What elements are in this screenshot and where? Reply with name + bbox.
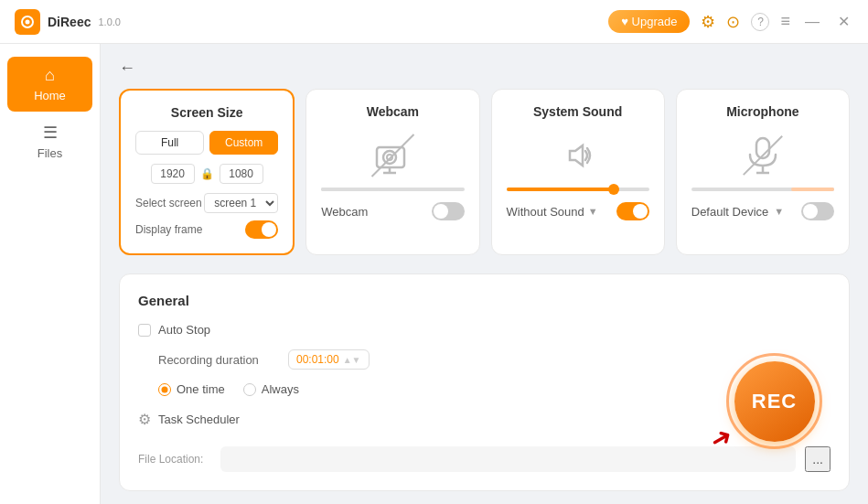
file-location-path <box>220 446 796 472</box>
mic-icon-wrapper <box>742 133 784 178</box>
sound-slider-fill <box>507 188 614 191</box>
size-buttons: Full Custom <box>135 131 278 155</box>
mic-toggle-knob <box>803 204 818 219</box>
webcam-icon-area <box>321 130 464 180</box>
minimize-button[interactable]: — <box>801 12 823 32</box>
files-icon: ☰ <box>43 123 58 143</box>
duration-label: Recording duration <box>158 353 277 367</box>
webcam-icon-wrapper <box>370 133 415 178</box>
screen-select-dropdown[interactable]: screen 1 <box>204 193 278 213</box>
microphone-title: Microphone <box>691 104 834 119</box>
height-input[interactable] <box>220 164 263 184</box>
menu-icon[interactable]: ≡ <box>780 12 790 31</box>
main-layout: ⌂ Home ☰ Files ← Screen Size Full Custom… <box>0 44 868 504</box>
webcam-card-bottom: Webcam <box>321 202 464 220</box>
system-sound-icon-area <box>507 130 649 180</box>
system-sound-icon <box>555 133 601 178</box>
device-label: Default Device <box>691 205 769 219</box>
sidebar-home-label: Home <box>34 89 66 102</box>
title-bar-right: ♥ Upgrade ⚙ ⊙ ? ≡ — ✕ <box>608 10 853 33</box>
webcam-slider[interactable] <box>321 188 464 191</box>
screen-size-card: Screen Size Full Custom 🔒 Select screen … <box>119 89 295 255</box>
cards-row: Screen Size Full Custom 🔒 Select screen … <box>119 89 850 255</box>
radio-one-time-label: One time <box>177 382 225 396</box>
size-dimensions: 🔒 <box>135 164 278 184</box>
auto-stop-row: Auto Stop <box>138 323 830 337</box>
system-sound-toggle-knob <box>633 204 648 219</box>
close-button[interactable]: ✕ <box>834 11 853 32</box>
microphone-toggle[interactable] <box>801 202 834 220</box>
mic-slider-fill <box>791 188 834 191</box>
without-sound-select-area: Without Sound ▼ <box>507 205 598 219</box>
webcam-title: Webcam <box>321 104 464 119</box>
title-bar: DiReec 1.0.0 ♥ Upgrade ⚙ ⊙ ? ≡ — ✕ <box>0 0 868 44</box>
app-logo-inner <box>21 16 34 28</box>
full-size-button[interactable]: Full <box>135 131 204 155</box>
sidebar: ⌂ Home ☰ Files <box>0 44 101 504</box>
content-area: ← Screen Size Full Custom 🔒 Select scree… <box>101 44 868 504</box>
home-icon: ⌂ <box>45 66 55 85</box>
display-frame-row: Display frame <box>135 220 278 239</box>
app-version: 1.0.0 <box>98 16 120 27</box>
task-scheduler-label: Task Scheduler <box>158 413 240 426</box>
device-select-row: Default Device ▼ <box>691 205 784 219</box>
system-sound-slider[interactable] <box>507 188 649 191</box>
width-input[interactable] <box>151 164 195 184</box>
radio-always[interactable]: Always <box>243 382 299 396</box>
auto-stop-checkbox[interactable] <box>138 324 151 337</box>
general-title: General <box>138 293 830 308</box>
help-icon[interactable]: ? <box>751 13 769 31</box>
toggle-knob <box>262 222 276 237</box>
radio-one-time[interactable]: One time <box>158 382 225 396</box>
without-sound-label: Without Sound <box>507 205 584 219</box>
file-more-button[interactable]: ... <box>805 446 830 472</box>
mic-slider[interactable] <box>691 188 834 191</box>
display-frame-label: Display frame <box>135 223 202 236</box>
screen-select-label: Select screen <box>135 197 202 209</box>
radio-always-circle <box>243 383 256 396</box>
webcam-toggle-knob <box>434 204 448 219</box>
task-scheduler-icon: ⚙ <box>138 411 151 428</box>
rec-label: REC <box>752 390 797 413</box>
sidebar-files-label: Files <box>38 146 62 160</box>
system-sound-card-bottom: Without Sound ▼ <box>507 202 649 220</box>
duration-input-area[interactable]: 00:01:00 ▲▼ <box>288 349 370 370</box>
duration-spinners[interactable]: ▲▼ <box>343 355 361 365</box>
duration-value: 00:01:00 <box>296 353 339 366</box>
webcam-card: Webcam <box>305 89 479 255</box>
radio-always-label: Always <box>262 382 299 396</box>
rec-button[interactable]: REC <box>734 361 815 442</box>
radio-one-time-circle <box>158 383 171 396</box>
sidebar-item-files[interactable]: ☰ Files <box>7 113 92 169</box>
display-frame-toggle[interactable] <box>245 220 278 239</box>
device-chevron[interactable]: ▼ <box>774 206 784 217</box>
upgrade-button[interactable]: ♥ Upgrade <box>608 10 690 33</box>
mic-card-bottom: Default Device ▼ <box>691 202 834 220</box>
rec-outer-ring: REC ➜ <box>726 353 822 449</box>
sidebar-item-home[interactable]: ⌂ Home <box>7 57 92 112</box>
title-bar-left: DiReec 1.0.0 <box>15 9 121 35</box>
screen-select-row: Select screen screen 1 <box>135 193 278 213</box>
sound-slider-knob <box>608 184 619 195</box>
svg-marker-5 <box>570 145 583 166</box>
webcam-label: Webcam <box>321 205 368 219</box>
app-logo <box>15 9 40 35</box>
file-location-label: File Location: <box>138 453 211 466</box>
without-sound-chevron[interactable]: ▼ <box>588 206 598 217</box>
system-sound-toggle[interactable] <box>616 202 649 220</box>
system-sound-title: System Sound <box>507 104 649 119</box>
custom-size-button[interactable]: Custom <box>209 131 278 155</box>
rec-button-area: REC ➜ <box>726 353 822 449</box>
system-sound-card: System Sound Without So <box>491 89 665 255</box>
microphone-card: Microphone <box>676 89 850 255</box>
record-icon[interactable]: ⊙ <box>726 12 740 32</box>
app-name: DiReec <box>48 15 91 29</box>
microphone-icon-area <box>691 130 834 180</box>
screen-size-title: Screen Size <box>135 105 278 120</box>
settings-icon[interactable]: ⚙ <box>701 12 715 32</box>
auto-stop-label: Auto Stop <box>158 323 210 337</box>
back-button[interactable]: ← <box>119 59 135 78</box>
lock-icon: 🔒 <box>200 167 214 180</box>
webcam-toggle[interactable] <box>432 202 465 220</box>
